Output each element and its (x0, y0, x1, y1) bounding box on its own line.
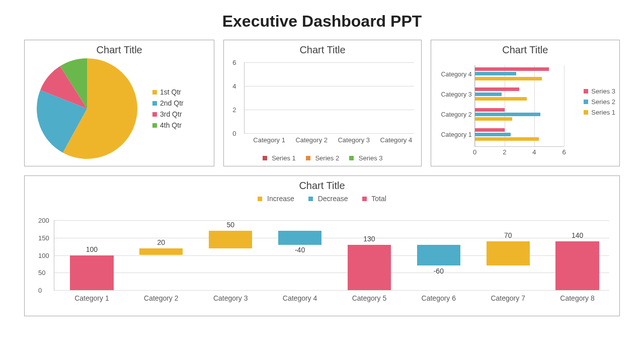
bar (348, 245, 391, 290)
waterfall-legend: Increase Decrease Total (25, 195, 619, 203)
legend-label: Series 3 (359, 154, 383, 162)
bar (475, 117, 512, 121)
y-category-label: Category 3 (441, 91, 471, 98)
bar-row: Category 2 (475, 106, 564, 124)
bar-value-label: 50 (199, 221, 263, 229)
bar (475, 72, 517, 75)
waterfall-column: 70 Category 7 (476, 220, 540, 290)
x-category-label: Category 4 (377, 136, 416, 144)
y-tick: 0 (232, 130, 236, 137)
gridline (245, 62, 414, 63)
legend-swatch (306, 156, 310, 160)
y-tick: 50 (38, 269, 45, 277)
bar (278, 231, 321, 245)
waterfall-panel: Chart Title Increase Decrease Total 0 50… (24, 175, 620, 316)
top-row: Chart Title 1st Qtr 2nd Qtr 3rd Qtr 4th … (0, 40, 644, 166)
bar (475, 77, 542, 80)
x-tick: 4 (532, 148, 536, 156)
y-category-label: Category 4 (441, 71, 471, 78)
legend-swatch (258, 197, 262, 201)
x-category-label: Category 2 (129, 294, 193, 302)
legend-label: Series 2 (591, 98, 615, 106)
bar-value-label: -40 (268, 246, 332, 254)
legend-label: 2nd Qtr (160, 99, 184, 107)
legend-label: Increase (267, 195, 294, 203)
x-tick: 0 (473, 148, 476, 156)
bar-value-label: 100 (60, 245, 124, 253)
legend-label: 3rd Qtr (160, 110, 182, 118)
waterfall-column: 100 Category 1 (60, 220, 124, 290)
y-tick: 100 (38, 251, 49, 259)
x-category-label: Category 1 (250, 136, 288, 144)
x-category-label: Category 1 (60, 294, 124, 302)
x-tick: 6 (562, 148, 566, 156)
waterfall-column: 130 Category 5 (338, 220, 401, 290)
pie-chart (37, 58, 137, 159)
waterfall-column: -60 Category 6 (407, 220, 470, 290)
bar (475, 67, 549, 71)
pie-legend-item: 2nd Qtr (152, 99, 184, 107)
x-category-label: Category 3 (335, 136, 373, 144)
legend-swatch (362, 197, 367, 201)
legend-swatch (263, 156, 267, 160)
bar-row: Category 1 (475, 126, 564, 144)
page-title: Executive Dashboard PPT (0, 0, 644, 40)
bar (475, 137, 539, 141)
bar-value-label: -60 (407, 267, 470, 275)
y-tick: 4 (232, 82, 236, 90)
legend-swatch (152, 123, 157, 128)
vbar-title: Chart Title (224, 44, 421, 56)
waterfall-column: 140 Category 8 (545, 220, 609, 290)
pie-legend-item: 1st Qtr (152, 88, 184, 96)
bar-value-label: 70 (476, 231, 540, 239)
legend-swatch (349, 156, 354, 160)
bar (417, 245, 460, 266)
y-tick: 200 (38, 217, 49, 224)
gridline (564, 65, 565, 146)
bar (475, 93, 502, 96)
bar (139, 248, 183, 255)
bar (475, 87, 520, 91)
pie-legend-item: 4th Qtr (152, 121, 184, 129)
bar (475, 97, 527, 101)
vbar-plot-area: 0 2 4 6Category 1Category 2Category 3Cat… (244, 62, 414, 134)
bar (487, 241, 530, 266)
gridline (54, 290, 609, 291)
legend-swatch (152, 112, 157, 117)
legend-label: Total (371, 195, 386, 203)
legend-label: Series 3 (591, 87, 615, 95)
x-tick: 2 (503, 148, 506, 156)
horizontal-bar-panel: Chart Title 0 2 4 6Category 1Category 2C… (431, 40, 620, 166)
bar (555, 241, 599, 290)
legend-item: Total (362, 195, 386, 203)
gridline (245, 133, 414, 134)
legend-item: Series 3 (349, 154, 382, 162)
x-category-label: Category 7 (476, 294, 540, 302)
legend-swatch (584, 89, 588, 94)
legend-item: Decrease (308, 195, 348, 203)
bar (475, 108, 505, 112)
x-category-label: Category 8 (545, 294, 609, 302)
bar (70, 255, 113, 291)
hbar-plot-area: 0 2 4 6Category 1Category 2Category 3Cat… (474, 65, 564, 147)
waterfall-plot-area: 0 50 100 150 200 100 Category 1 20 Categ… (54, 220, 609, 291)
y-tick: 150 (38, 234, 49, 241)
legend-swatch (152, 90, 157, 95)
legend-item: Series 1 (263, 154, 296, 162)
x-category-label: Category 5 (338, 294, 401, 302)
bar (475, 133, 511, 136)
y-category-label: Category 1 (441, 131, 471, 138)
legend-label: 4th Qtr (160, 121, 182, 129)
waterfall-column: 50 Category 3 (199, 220, 263, 290)
pie-legend-item: 3rd Qtr (152, 110, 184, 118)
pie-chart-title: Chart Title (25, 44, 214, 56)
pie-legend: 1st Qtr 2nd Qtr 3rd Qtr 4th Qtr (152, 85, 184, 132)
legend-swatch (584, 100, 588, 104)
y-tick: 0 (38, 287, 42, 294)
legend-label: Series 1 (591, 109, 615, 116)
legend-item: Series 2 (584, 98, 615, 106)
hbar-legend: Series 3 Series 2 Series 1 (584, 84, 615, 119)
bar-value-label: 140 (545, 231, 609, 239)
hbar-title: Chart Title (431, 44, 619, 56)
bar (209, 231, 252, 248)
